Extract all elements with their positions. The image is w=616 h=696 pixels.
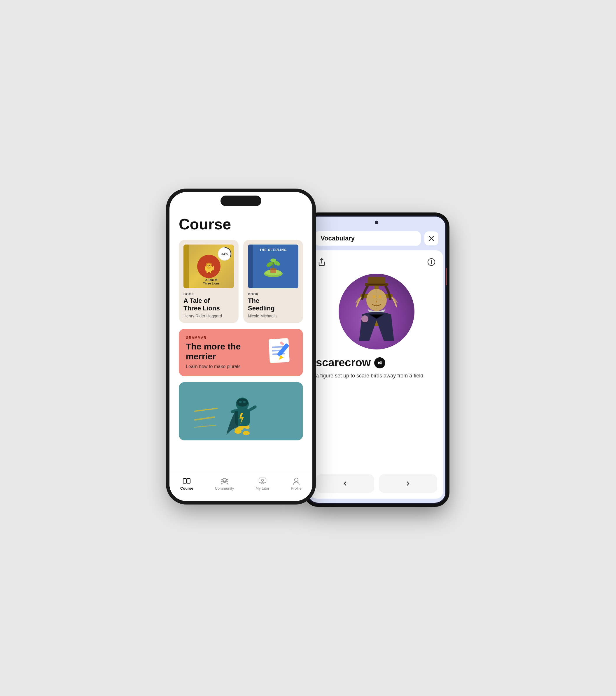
nav-item-profile[interactable]: Profile (291, 477, 302, 491)
svg-text:33%: 33% (221, 252, 228, 256)
book-type-seedling: BOOK (248, 292, 298, 296)
power-button[interactable] (446, 268, 447, 285)
books-row: A Tale ofThree Lions 33% BOOK (179, 240, 303, 323)
svg-point-39 (234, 430, 242, 434)
doc-pencil-svg (264, 336, 296, 368)
book-card-lions[interactable]: A Tale ofThree Lions 33% BOOK (179, 240, 238, 323)
superhero-svg (194, 382, 288, 440)
lion-icon (202, 259, 216, 274)
grammar-card[interactable]: GRAMMAR The more themerrier Learn how to… (179, 329, 303, 376)
nav-label-profile: Profile (291, 486, 302, 491)
book-cover-seedling: THE SEEDLING (248, 244, 298, 288)
book-name-seedling: TheSeedling (248, 297, 298, 313)
phone-android: Vocabulary (307, 216, 447, 504)
vocab-next-button[interactable] (379, 474, 437, 493)
svg-text:✕: ✕ (378, 295, 382, 299)
grammar-label: GRAMMAR (186, 336, 260, 340)
scarecrow-illustration: ✕ ✕ (339, 274, 414, 349)
svg-line-28 (194, 425, 216, 427)
word-definition: a figure set up to scare birds away from… (316, 372, 437, 380)
book-cover-wrapper-seedling: THE SEEDLING (248, 244, 298, 288)
nav-label-mytutor: My tutor (256, 486, 269, 491)
front-camera (375, 221, 378, 224)
svg-rect-6 (206, 271, 208, 273)
nav-item-mytutor[interactable]: My tutor (256, 477, 269, 491)
svg-rect-14 (270, 268, 277, 270)
vocab-nav (316, 470, 437, 493)
vocab-close-button[interactable] (425, 232, 438, 246)
word-section: scarecrow a figure set up to scare birds… (316, 357, 437, 380)
svg-point-48 (261, 479, 263, 481)
course-icon (183, 477, 191, 485)
svg-point-3 (206, 263, 212, 266)
info-button[interactable] (426, 256, 437, 268)
svg-point-40 (243, 431, 250, 435)
notch (220, 195, 261, 206)
grammar-subtitle: Learn how to make plurals (186, 364, 260, 369)
book-cover-wrapper-lions: A Tale ofThree Lions 33% (183, 244, 234, 288)
nav-item-community[interactable]: Community (215, 477, 234, 491)
grammar-doc-icon (264, 336, 296, 368)
svg-point-54 (431, 260, 432, 261)
course-title: Course (179, 216, 303, 233)
word-text: scarecrow (316, 357, 371, 369)
share-button[interactable] (316, 256, 327, 268)
svg-line-26 (194, 408, 218, 411)
svg-text:✕: ✕ (372, 295, 376, 299)
audio-button[interactable] (374, 357, 385, 368)
book-type-lions: BOOK (183, 292, 234, 296)
svg-marker-67 (378, 361, 380, 364)
phone-ios: Course (169, 192, 312, 501)
svg-point-37 (239, 401, 242, 403)
grammar-title: The more themerrier (186, 342, 260, 362)
nav-label-course: Course (180, 486, 194, 491)
nav-item-course[interactable]: Course (180, 477, 194, 491)
profile-icon (292, 477, 301, 485)
svg-line-27 (194, 417, 215, 420)
seedling-cover-title: THE SEEDLING (260, 248, 287, 252)
svg-rect-59 (368, 284, 386, 285)
grammar-card-text: GRAMMAR The more themerrier Learn how to… (186, 336, 260, 369)
book-author-lions: Henry Rider Haggard (183, 314, 234, 318)
svg-rect-7 (210, 271, 211, 273)
svg-point-49 (295, 478, 298, 481)
svg-rect-41 (183, 478, 186, 483)
ios-content: Course (169, 192, 312, 475)
vocab-body: ✕ ✕ (310, 250, 443, 499)
community-icon (220, 477, 229, 485)
seedling-plant-svg (259, 254, 288, 279)
vocab-toolbar (316, 256, 437, 268)
vocab-title: Vocabulary (321, 235, 415, 242)
android-screen: Vocabulary (308, 217, 445, 503)
vocab-title-box: Vocabulary (315, 231, 421, 246)
mytutor-icon (258, 477, 266, 485)
vocab-prev-button[interactable] (316, 474, 374, 493)
svg-point-38 (243, 401, 246, 403)
progress-ring: 33% (217, 246, 232, 262)
hero-banner[interactable] (179, 382, 303, 440)
svg-point-36 (236, 398, 248, 407)
bottom-nav: Course Community (169, 472, 312, 501)
book-author-seedling: Nicole Michaelis (248, 314, 298, 318)
book-name-lions: A Tale ofThree Lions (183, 297, 234, 313)
svg-rect-34 (248, 405, 257, 412)
svg-point-4 (207, 265, 208, 266)
svg-rect-42 (187, 478, 190, 483)
svg-point-18 (271, 258, 276, 262)
svg-rect-47 (259, 478, 266, 483)
scarecrow-svg: ✕ ✕ (343, 276, 410, 347)
nav-label-community: Community (215, 486, 234, 491)
devices-container: Course (169, 192, 447, 504)
svg-point-5 (209, 265, 210, 266)
svg-point-66 (361, 315, 368, 322)
book-card-seedling[interactable]: THE SEEDLING (243, 240, 303, 323)
word-title: scarecrow (316, 357, 437, 369)
